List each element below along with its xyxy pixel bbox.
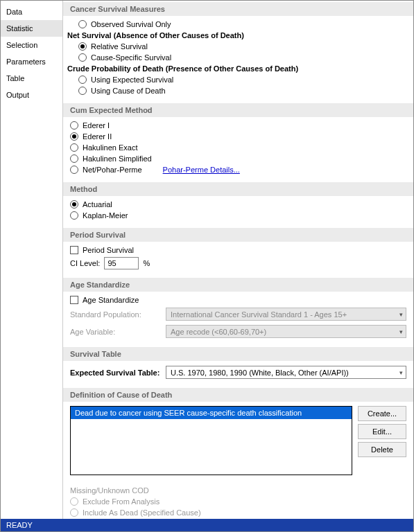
radio-ederer1[interactable] — [70, 121, 78, 130]
sidebar: Data Statistic Selection Parameters Tabl… — [1, 1, 63, 519]
status-bar: READY — [1, 519, 413, 531]
delete-button[interactable]: Delete — [358, 442, 406, 457]
content-panel: Cancer Survival Measures Observed Surviv… — [63, 1, 413, 519]
section-cum-expected-method: Cum Expected Method — [63, 103, 413, 117]
label-using-expected: Using Expected Survival — [91, 76, 173, 84]
checkbox-age-standardize[interactable] — [70, 296, 78, 304]
radio-dead-specified — [70, 508, 78, 517]
list-item-cod[interactable]: Dead due to cancer using SEER cause-spec… — [71, 407, 352, 419]
radio-observed-survival[interactable] — [78, 20, 87, 28]
label-using-cod: Using Cause of Death — [91, 87, 166, 95]
label-ci-suffix: % — [143, 259, 150, 267]
input-ci-level[interactable] — [104, 257, 139, 269]
heading-missing-cod: Missing/Unknown COD — [70, 485, 406, 496]
radio-actuarial[interactable] — [70, 200, 78, 209]
link-pohar-details[interactable]: Pohar-Perme Details... — [163, 166, 240, 174]
radio-using-expected[interactable] — [78, 76, 87, 84]
radio-hakulinen-simplified[interactable] — [70, 154, 78, 163]
select-std-population: International Cancer Survival Standard 1… — [166, 308, 406, 321]
heading-net-survival: Net Survival (Absence of Other Causes of… — [67, 30, 406, 41]
sidebar-item-output[interactable]: Output — [1, 87, 62, 103]
label-relative: Relative Survival — [91, 42, 148, 51]
radio-exclude-analysis — [70, 497, 78, 506]
select-age-variable: Age recode (<60,60-69,70+)▾ — [166, 325, 406, 338]
create-button[interactable]: Create... — [358, 406, 406, 421]
radio-cause-specific[interactable] — [78, 53, 87, 62]
checkbox-period-survival[interactable] — [70, 246, 78, 254]
sidebar-item-selection[interactable]: Selection — [1, 37, 62, 53]
label-std-population: Standard Population: — [70, 310, 160, 319]
sidebar-item-data[interactable]: Data — [1, 3, 62, 20]
label-cause-specific: Cause-Specific Survival — [91, 53, 171, 62]
chevron-down-icon: ▾ — [399, 311, 403, 318]
label-hakulinen-simplified: Hakulinen Simplified — [83, 154, 152, 163]
label-ederer2: Ederer II — [83, 132, 112, 141]
label-expected-survival-table: Expected Survival Table: — [70, 369, 160, 377]
section-cancer-survival-measures: Cancer Survival Measures — [63, 2, 413, 16]
label-dead-specified: Include As Dead (Specified Cause) — [83, 508, 201, 517]
label-exclude: Exclude From Analysis — [83, 497, 159, 506]
label-ci-level: CI Level: — [70, 259, 100, 267]
radio-hakulinen-exact[interactable] — [70, 143, 78, 152]
chevron-down-icon: ▾ — [399, 369, 403, 376]
radio-relative-survival[interactable] — [78, 42, 87, 51]
label-observed: Observed Survival Only — [91, 20, 171, 28]
radio-using-cod[interactable] — [78, 87, 87, 95]
section-definition-cod: Definition of Cause of Death — [63, 388, 413, 402]
section-method: Method — [63, 182, 413, 196]
label-net-pohar: Net/Pohar-Perme — [83, 166, 142, 174]
section-period-survival: Period Survival — [63, 228, 413, 242]
select-expected-survival-table[interactable]: U.S. 1970, 1980, 1990 (White, Black, Oth… — [166, 366, 406, 379]
label-ederer1: Ederer I — [83, 121, 110, 130]
radio-ederer2[interactable] — [70, 132, 78, 141]
radio-net-pohar[interactable] — [70, 166, 78, 174]
label-hakulinen-exact: Hakulinen Exact — [83, 143, 138, 152]
section-survival-table: Survival Table — [63, 347, 413, 361]
sidebar-item-parameters[interactable]: Parameters — [1, 53, 62, 70]
label-period-survival: Period Survival — [83, 246, 134, 254]
label-age-standardize: Age Standardize — [83, 296, 139, 304]
listbox-cod[interactable]: Dead due to cancer using SEER cause-spec… — [70, 406, 352, 475]
chevron-down-icon: ▾ — [399, 328, 403, 335]
section-age-standardize: Age Standardize — [63, 278, 413, 292]
label-age-variable: Age Variable: — [70, 328, 160, 336]
edit-button[interactable]: Edit... — [358, 424, 406, 439]
label-kaplan: Kaplan-Meier — [83, 211, 128, 220]
radio-kaplan-meier[interactable] — [70, 211, 78, 220]
heading-crude-probability: Crude Probability of Death (Presence of … — [67, 63, 406, 74]
sidebar-item-table[interactable]: Table — [1, 70, 62, 87]
sidebar-item-statistic[interactable]: Statistic — [1, 20, 62, 37]
label-actuarial: Actuarial — [83, 200, 112, 209]
